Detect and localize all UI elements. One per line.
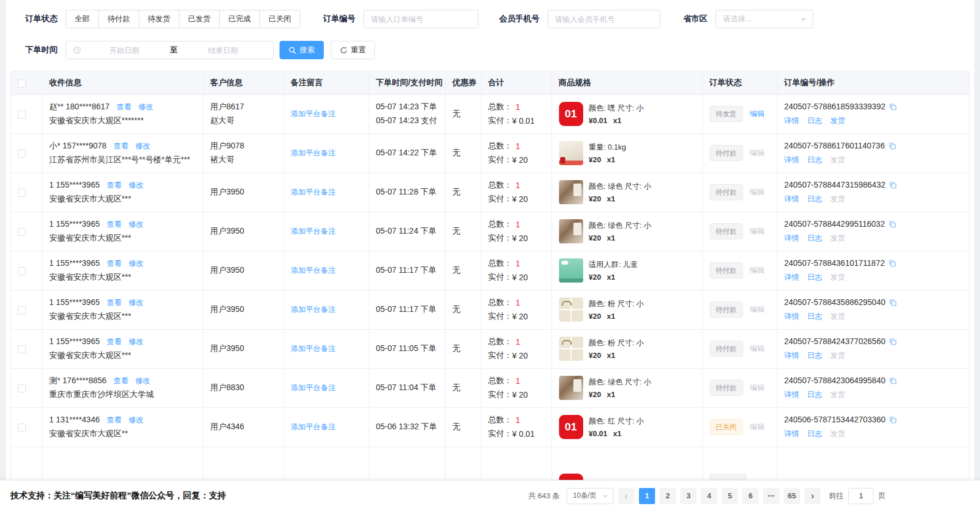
ship-link[interactable]: 发货 [830, 116, 845, 126]
copy-icon[interactable] [888, 142, 897, 150]
add-platform-remark-link[interactable]: 添加平台备注 [291, 266, 336, 274]
detail-link[interactable]: 详情 [784, 390, 799, 400]
modify-address-link[interactable]: 修改 [139, 102, 154, 111]
copy-icon[interactable] [889, 298, 897, 307]
add-platform-remark-link[interactable]: 添加平台备注 [291, 305, 336, 314]
detail-link[interactable]: 详情 [784, 311, 799, 322]
start-date-input[interactable] [81, 45, 168, 55]
detail-link[interactable]: 详情 [784, 429, 799, 439]
order-no-input[interactable] [363, 10, 478, 28]
status-filter-option[interactable]: 待发货 [139, 10, 179, 28]
copy-icon[interactable] [889, 337, 897, 346]
page-button-6[interactable]: 6 [742, 488, 759, 504]
page-button-1[interactable]: 1 [639, 488, 655, 504]
log-link[interactable]: 日志 [807, 429, 822, 439]
add-platform-remark-link[interactable]: 添加平台备注 [291, 148, 336, 157]
copy-icon[interactable] [889, 102, 897, 111]
add-platform-remark-link[interactable]: 添加平台备注 [291, 109, 336, 118]
select-all-checkbox[interactable] [18, 79, 26, 87]
copy-icon[interactable] [889, 376, 897, 385]
log-link[interactable]: 日志 [807, 272, 822, 283]
row-checkbox[interactable] [18, 424, 26, 432]
view-address-link[interactable]: 查看 [106, 259, 121, 268]
detail-link[interactable]: 详情 [784, 194, 799, 204]
ship-link[interactable]: 发货 [830, 390, 845, 400]
status-filter-option[interactable]: 全部 [66, 10, 99, 28]
detail-link[interactable]: 详情 [784, 350, 799, 361]
ship-link[interactable]: 发货 [830, 311, 845, 322]
ship-link[interactable]: 发货 [830, 233, 845, 243]
row-checkbox[interactable] [18, 228, 26, 236]
end-date-input[interactable] [180, 45, 267, 55]
row-checkbox[interactable] [18, 110, 26, 119]
ship-link[interactable]: 发货 [830, 272, 845, 283]
page-button-3[interactable]: 3 [680, 488, 696, 504]
search-button[interactable]: 搜索 [280, 41, 324, 59]
ship-link[interactable]: 发货 [830, 155, 845, 165]
edit-order-link[interactable]: 编辑 [750, 188, 765, 196]
date-range-picker[interactable]: 至 [66, 41, 274, 59]
member-phone-input[interactable] [548, 10, 660, 28]
edit-order-link[interactable]: 编辑 [750, 227, 765, 235]
reset-button[interactable]: 重置 [331, 41, 375, 59]
edit-order-link[interactable]: 编辑 [750, 383, 765, 392]
edit-order-link[interactable]: 编辑 [750, 109, 765, 118]
modify-address-link[interactable]: 修改 [135, 376, 150, 385]
modify-address-link[interactable]: 修改 [128, 337, 143, 346]
detail-link[interactable]: 详情 [784, 155, 799, 165]
log-link[interactable]: 日志 [807, 390, 822, 400]
status-filter-option[interactable]: 已完成 [219, 10, 260, 28]
page-size-select[interactable]: 10条/页 [566, 488, 614, 504]
ship-link[interactable]: 发货 [830, 429, 845, 439]
edit-order-link[interactable]: 编辑 [750, 148, 765, 157]
modify-address-link[interactable]: 修改 [128, 220, 143, 228]
modify-address-link[interactable]: 修改 [135, 142, 150, 150]
status-filter-option[interactable]: 已关闭 [259, 10, 300, 28]
row-checkbox[interactable] [18, 306, 26, 314]
view-address-link[interactable]: 查看 [117, 102, 132, 111]
copy-icon[interactable] [889, 415, 897, 424]
page-button-65[interactable]: 65 [784, 488, 800, 504]
goto-page-input[interactable] [848, 488, 874, 504]
row-checkbox[interactable] [18, 384, 26, 392]
modify-address-link[interactable]: 修改 [128, 415, 143, 424]
modify-address-link[interactable]: 修改 [128, 298, 143, 307]
view-address-link[interactable]: 查看 [106, 298, 121, 307]
modify-address-link[interactable]: 修改 [128, 181, 143, 189]
page-button-5[interactable]: 5 [722, 488, 738, 504]
add-platform-remark-link[interactable]: 添加平台备注 [291, 344, 336, 353]
edit-order-link[interactable]: 编辑 [750, 422, 765, 431]
ship-link[interactable]: 发货 [830, 350, 845, 361]
edit-order-link[interactable]: 编辑 [750, 266, 765, 274]
status-filter-option[interactable]: 待付款 [98, 10, 139, 28]
add-platform-remark-link[interactable]: 添加平台备注 [291, 227, 336, 235]
modify-address-link[interactable]: 修改 [128, 259, 143, 268]
view-address-link[interactable]: 查看 [106, 181, 121, 189]
copy-icon[interactable] [889, 181, 897, 189]
region-select[interactable]: 请选择... [715, 10, 813, 28]
ship-link[interactable]: 发货 [830, 194, 845, 204]
prev-page-button[interactable]: ‹ [618, 488, 634, 504]
add-platform-remark-link[interactable]: 添加平台备注 [291, 188, 336, 196]
log-link[interactable]: 日志 [807, 311, 822, 322]
view-address-link[interactable]: 查看 [113, 142, 128, 150]
detail-link[interactable]: 详情 [784, 233, 799, 243]
row-checkbox[interactable] [18, 150, 26, 158]
next-page-button[interactable]: › [805, 488, 821, 504]
log-link[interactable]: 日志 [807, 116, 822, 126]
row-checkbox[interactable] [18, 267, 26, 275]
add-platform-remark-link[interactable]: 添加平台备注 [291, 422, 336, 431]
edit-order-link[interactable]: 编辑 [750, 305, 765, 314]
view-address-link[interactable]: 查看 [106, 337, 121, 346]
row-checkbox[interactable] [18, 345, 26, 353]
page-button-4[interactable]: 4 [701, 488, 717, 504]
view-address-link[interactable]: 查看 [106, 220, 121, 228]
log-link[interactable]: 日志 [807, 233, 822, 243]
add-platform-remark-link[interactable]: 添加平台备注 [291, 383, 336, 392]
page-button-2[interactable]: 2 [660, 488, 676, 504]
log-link[interactable]: 日志 [807, 194, 822, 204]
view-address-link[interactable]: 查看 [106, 415, 121, 424]
detail-link[interactable]: 详情 [784, 272, 799, 283]
copy-icon[interactable] [888, 259, 897, 268]
log-link[interactable]: 日志 [807, 350, 822, 361]
